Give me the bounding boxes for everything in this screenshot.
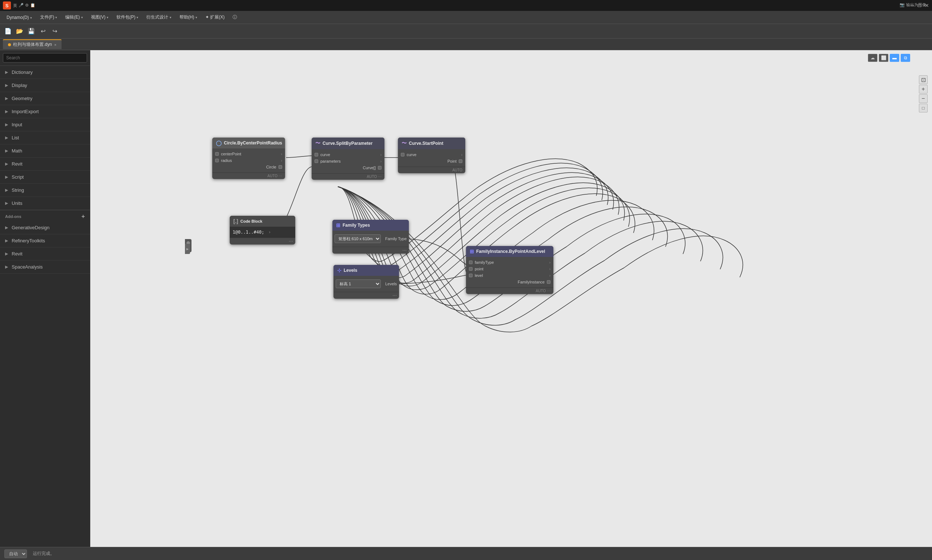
ime-mic[interactable]: 🎤 (18, 3, 24, 8)
sidebar-item-script[interactable]: ▶ Script (0, 171, 90, 184)
chevron-right-icon: ▶ (5, 251, 8, 256)
more-options-icon[interactable]: ⋯ (393, 293, 397, 298)
chevron-right-icon: ▶ (5, 225, 8, 230)
tab-close-btn[interactable]: × (54, 43, 56, 47)
node-code-block[interactable]: [.] Code Block 1@0..1..#40; › ⋯ (230, 216, 295, 245)
sidebar-item-units[interactable]: ▶ Units (0, 197, 90, 210)
redo-btn[interactable]: ↪ (49, 26, 60, 36)
more-options-icon[interactable]: ⋯ (289, 239, 293, 244)
sidebar-item-revit-addon[interactable]: ▶ Revit (0, 248, 90, 260)
new-file-btn[interactable]: 📄 (3, 26, 13, 36)
sidebar-item-label: Display (12, 83, 27, 88)
chevron-right-icon: ▶ (5, 238, 8, 243)
input-collapse-panel[interactable]: ▶ (185, 244, 190, 254)
chevron-right-icon: ▶ (5, 175, 8, 179)
node-levels[interactable]: ⊹ Levels 标高 1 Levels ⋯ (333, 265, 399, 299)
sidebar-item-generative-design[interactable]: ▶ GenerativeDesign (0, 221, 90, 234)
status-message: 运行完成。 (33, 551, 55, 557)
more-options-icon[interactable]: ⋯ (402, 248, 407, 253)
port-label: centerPoint (221, 152, 281, 156)
ime-settings[interactable]: ⚙ (25, 3, 29, 8)
ime-toolbar: 英 🎤 ⚙ 📋 (13, 3, 35, 8)
addons-section-header: Add-ons + (0, 210, 90, 221)
ime-tools[interactable]: 📋 (30, 3, 35, 8)
port-connector (215, 152, 219, 156)
node-family-types[interactable]: ⊞ Family Types 矩形柱:610 x 610mm Family Ty… (333, 220, 409, 254)
node-circle-title: Circle.ByCenterPointRadius (224, 140, 282, 146)
node-codeblock-body[interactable]: 1@0..1..#40; › (230, 227, 295, 238)
fit-view-btn[interactable]: ⊡ (919, 75, 927, 84)
levels-dropdown[interactable]: 标高 1 (336, 280, 381, 288)
menu-extensions[interactable]: ✦ 扩展(X) (202, 13, 228, 22)
menu-edit[interactable]: 编辑(E) ▾ (62, 13, 86, 22)
chevron-right-icon: ▶ (5, 265, 8, 269)
node-family-instance[interactable]: ⊞ FamilyInstance.ByPointAndLevel familyT… (466, 246, 553, 294)
node-circle-header: ◯ Circle.ByCenterPointRadius (212, 137, 285, 148)
more-options-icon[interactable]: ⋯ (378, 175, 382, 178)
node-circle[interactable]: ◯ Circle.ByCenterPointRadius centerPoint… (212, 137, 285, 179)
run-mode-dropdown[interactable]: 自动 (5, 549, 27, 558)
view-wireframe-btn[interactable]: ⧉ (901, 54, 910, 62)
port-label: curve (320, 152, 381, 157)
sidebar-item-geometry[interactable]: ▶ Geometry (0, 92, 90, 105)
node-family-instance-header: ⊞ FamilyInstance.ByPointAndLevel (466, 246, 553, 257)
canvas[interactable]: ▶ ◯ Circle.ByCenterPointRadius centerPoi… (90, 50, 932, 547)
collapse-arrow-icon: ▶ (186, 248, 189, 251)
menu-file[interactable]: 文件(F) ▾ (36, 13, 61, 22)
sidebar-item-list[interactable]: ▶ List (0, 131, 90, 145)
menu-packages[interactable]: 软件包(P) ▾ (113, 13, 142, 22)
tab-modified-indicator (8, 43, 11, 46)
port-connector (459, 159, 462, 163)
sidebar-item-dictionary[interactable]: ▶ Dictionary (0, 66, 90, 79)
statusbar: 自动 运行完成。 (0, 547, 932, 560)
port-connector (314, 159, 318, 163)
zoom-out-btn[interactable]: − (919, 94, 927, 103)
undo-btn[interactable]: ↩ (38, 26, 48, 36)
add-addon-btn[interactable]: + (82, 213, 85, 220)
port-connector (469, 274, 473, 277)
sidebar-item-label: String (12, 188, 24, 193)
zoom-reset-btn[interactable]: □ (919, 104, 927, 112)
sidebar-item-refinery[interactable]: ▶ RefineryToolkits (0, 234, 90, 248)
open-file-btn[interactable]: 📂 (15, 26, 25, 36)
sidebar-item-input[interactable]: ▶ Input (0, 118, 90, 131)
menu-generative[interactable]: 衍生式设计 ▾ (143, 13, 175, 22)
active-tab[interactable]: 柱列与墙体布置.dyn × (3, 39, 62, 49)
sidebar-item-string[interactable]: ▶ String (0, 184, 90, 197)
code-block-icon: [.] (233, 218, 238, 224)
more-options-icon[interactable]: ⋯ (547, 289, 550, 293)
sidebar-item-display[interactable]: ▶ Display (0, 79, 90, 92)
node-curve-split[interactable]: 〜 Curve.SplitByParameter curve › paramet… (312, 137, 384, 180)
port-arrow-icon: › (381, 159, 382, 163)
port-label: FamilyInstance (469, 280, 545, 284)
menu-view[interactable]: 视图(V) ▾ (87, 13, 112, 22)
sidebar-item-label: List (12, 135, 19, 140)
menu-info[interactable]: ⓘ (229, 13, 241, 22)
node-curve-start[interactable]: 〜 Curve.StartPoint curve › Point AUTO (398, 137, 465, 173)
port-arrow-icon: › (281, 158, 282, 163)
view-3d-btn[interactable]: ⬜ (879, 54, 888, 62)
sidebar-item-space-analysis[interactable]: ▶ SpaceAnalysis (0, 260, 90, 274)
node-footer: AUTO (398, 167, 465, 173)
more-options-icon[interactable]: ⋯ (279, 174, 282, 178)
toolbar: 📄 📂 💾 ↩ ↪ (0, 24, 932, 38)
menu-dynamo[interactable]: Dynamo(D) ▾ (3, 14, 36, 22)
zoom-in-btn[interactable]: + (919, 85, 927, 94)
view-2d-btn[interactable]: ▬ (890, 54, 899, 62)
sidebar-item-math[interactable]: ▶ Math (0, 145, 90, 158)
sidebar-item-label: Math (12, 148, 22, 154)
menu-help[interactable]: 帮助(H) ▾ (176, 13, 201, 22)
sidebar-item-importexport[interactable]: ▶ ImportExport (0, 105, 90, 118)
family-type-dropdown[interactable]: 矩形柱:610 x 610mm (334, 234, 381, 243)
save-file-btn[interactable]: 💾 (26, 26, 36, 36)
export-image-btn[interactable]: 📷 输出为图像 (900, 2, 926, 8)
search-input[interactable] (3, 53, 87, 63)
port-label: level (475, 273, 549, 278)
sidebar-item-revit[interactable]: ▶ Revit (0, 158, 90, 171)
sidebar-item-label: GenerativeDesign (12, 225, 49, 230)
titlebar-left: S 英 🎤 ⚙ 📋 (3, 2, 35, 9)
curve-split-icon: 〜 (315, 140, 320, 147)
addons-label: Add-ons (5, 214, 22, 219)
port-label: familyType (475, 260, 549, 265)
view-cloud-btn[interactable]: ☁ (868, 54, 877, 62)
